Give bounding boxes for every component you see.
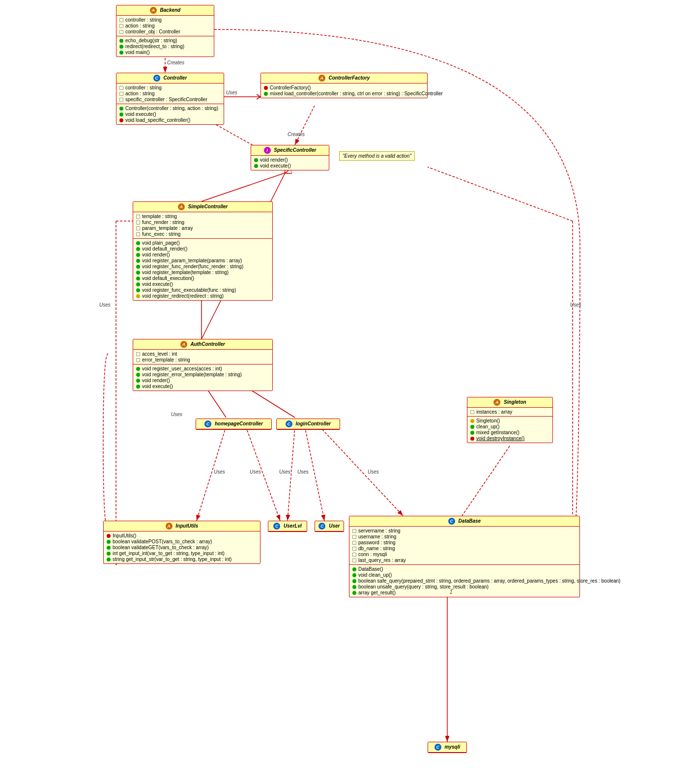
database-attrs: servername : string username : string pa… — [349, 527, 579, 565]
attr-row: action : string — [119, 91, 221, 96]
method-row: void main() — [119, 50, 211, 55]
dot-green-icon — [254, 158, 258, 162]
uses-label-4: Uses — [279, 469, 290, 475]
method-row: void render() — [254, 157, 326, 163]
attr-row: template : string — [136, 214, 269, 219]
dot-green-icon — [136, 265, 140, 269]
vis-box-icon — [352, 535, 356, 539]
method-row: void register_func_render(func_render : … — [136, 264, 269, 269]
method-row: echo_debug(str : string) — [119, 38, 211, 43]
vis-box-icon — [352, 529, 356, 533]
method-row: void register_error_template(template : … — [136, 372, 269, 377]
dot-green-icon — [264, 92, 268, 96]
svg-line-23 — [319, 426, 403, 516]
method-row: void register_redirect(redirect : string… — [136, 293, 269, 299]
stereotype-icon-a: A — [150, 7, 157, 14]
uses-label-homepage: Uses — [171, 412, 182, 417]
simple-controller-methods: void plain_page() void default_render() … — [133, 239, 272, 300]
simple-controller-header: A SimpleController — [133, 202, 272, 212]
method-row: void load_specific_controller() — [119, 117, 221, 123]
stereotype-icon-a: A — [493, 399, 500, 406]
backend-box: A Backend controller : string action : s… — [116, 5, 214, 57]
dot-green-icon — [107, 540, 111, 544]
uses-label-5: Uses — [297, 469, 309, 475]
attr-row: instances : array — [470, 409, 549, 415]
homepage-controller-title: homepageController — [215, 421, 263, 426]
attr-row: controller : string — [119, 17, 211, 23]
specific-controller-title: SpecificController — [274, 147, 316, 153]
attr-row: servername : string — [352, 528, 577, 533]
vis-box-icon — [136, 221, 140, 224]
controller-factory-header: A ControllerFactory — [261, 73, 427, 84]
user-header: C User — [315, 521, 344, 532]
input-utils-methods: InputUtils() boolean validatePOST(vars_t… — [104, 532, 260, 563]
dot-green-icon — [136, 253, 140, 257]
singleton-attrs: instances : array — [467, 408, 552, 417]
dot-green-icon — [136, 385, 140, 389]
method-row: int get_input_int(var_to_get : string, t… — [107, 551, 257, 556]
dot-yellow-icon — [136, 294, 140, 298]
method-row: boolean validateGET(vars_to_check : arra… — [107, 545, 257, 550]
method-row: array get_result() — [352, 590, 577, 595]
user-lvl-box: C UserLvl — [268, 521, 307, 532]
dot-red-icon — [470, 437, 474, 441]
vis-box-icon — [352, 541, 356, 545]
singleton-header: A Singleton — [467, 397, 552, 408]
uses-label-3: Uses — [250, 469, 261, 475]
attr-row: conn : mysqli — [352, 552, 577, 557]
mysqli-title: mysqli — [445, 744, 461, 750]
user-lvl-title: UserLvl — [284, 523, 302, 529]
attr-row: controller : string — [119, 85, 221, 90]
dot-red-icon — [107, 534, 111, 538]
svg-line-6 — [295, 106, 315, 145]
login-controller-header: C loginController — [277, 419, 340, 429]
input-utils-header: A InputUtils — [104, 521, 260, 532]
attr-row: error_template : string — [136, 357, 269, 363]
attr-row: specific_controller : SpecificController — [119, 97, 221, 102]
dot-red-icon — [264, 86, 268, 90]
method-row: ControllerFactory() — [264, 85, 424, 90]
dot-green-icon — [352, 591, 356, 595]
vis-box-icon — [119, 86, 123, 90]
stereotype-icon-c: C — [434, 744, 441, 751]
uses-label-6: Uses — [368, 469, 379, 475]
vis-box-icon — [352, 559, 356, 562]
database-title: DataBase — [459, 518, 481, 524]
vis-box-icon — [136, 358, 140, 362]
svg-line-8 — [202, 173, 285, 201]
database-header: C DataBase — [349, 516, 579, 527]
user-box: C User — [315, 521, 344, 532]
dot-green-icon — [136, 271, 140, 275]
method-row: clean_up() — [470, 424, 549, 429]
backend-attrs: controller : string action : string cont… — [116, 16, 214, 36]
dot-yellow-icon — [470, 419, 474, 423]
simple-controller-attrs: template : string func_render : string p… — [133, 212, 272, 239]
stereotype-icon-c: C — [318, 523, 325, 530]
controller-attrs: controller : string action : string spec… — [116, 84, 224, 104]
dot-green-icon — [136, 373, 140, 377]
attr-row: last_query_res : array — [352, 558, 577, 563]
method-row: Controller(controller : string, action :… — [119, 106, 221, 111]
simple-controller-box: A SimpleController template : string fun… — [133, 201, 273, 301]
svg-line-5 — [257, 97, 260, 99]
attr-row: username : string — [352, 534, 577, 539]
controller-header: C Controller — [116, 73, 224, 84]
homepage-controller-header: C homepageController — [196, 419, 271, 429]
creates-label-2: Creates — [288, 132, 305, 137]
auth-controller-methods: void register_user_acces(acces : int) vo… — [133, 364, 272, 391]
specific-controller-box: I SpecificController void render() void … — [251, 145, 329, 170]
dot-green-icon — [136, 367, 140, 371]
method-row: mixed load_controller(controller : strin… — [264, 91, 424, 96]
singleton-box: A Singleton instances : array Singleton(… — [467, 397, 553, 443]
vis-box-icon — [136, 215, 140, 219]
method-row: void register_param_template(params : ar… — [136, 258, 269, 263]
dot-green-icon — [352, 579, 356, 583]
stereotype-icon-c: C — [153, 75, 160, 82]
method-row: mixed getInstance() — [470, 430, 549, 435]
dot-green-icon — [107, 558, 111, 561]
dot-red-icon — [119, 118, 123, 122]
method-row: void execute() — [136, 281, 269, 287]
dot-green-icon — [119, 112, 123, 116]
uses-label-2: Uses — [214, 469, 225, 475]
controller-box: C Controller controller : string action … — [116, 73, 224, 125]
